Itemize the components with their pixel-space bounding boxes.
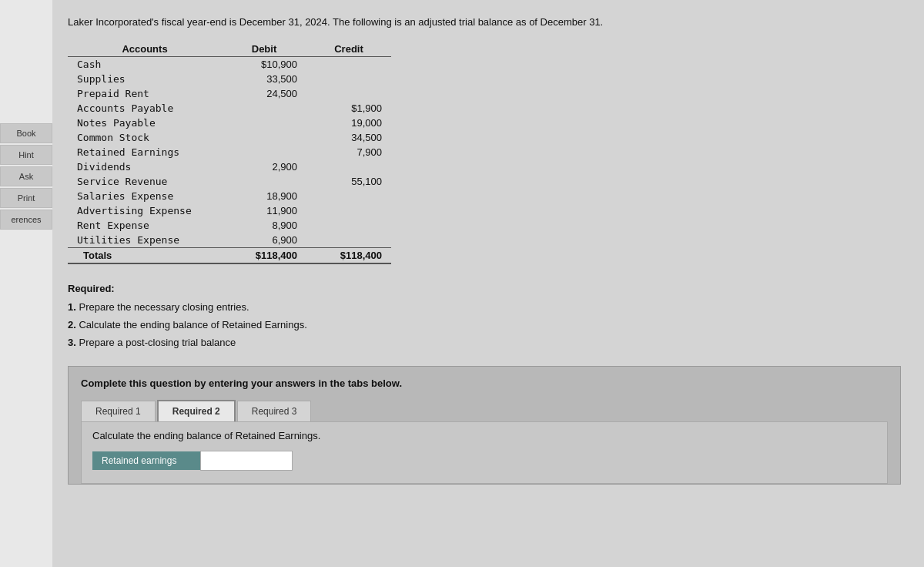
cell-debit: 24,500 [222,86,306,101]
main-content: Laker Incorporated's fiscal year-end is … [52,0,924,567]
cell-account: Common Stock [68,130,222,145]
cell-account: Salaries Expense [68,189,222,203]
cell-account: Notes Payable [68,116,222,130]
cell-debit: 11,900 [222,203,306,218]
table-row: Rent Expense8,900 [68,218,391,233]
cell-debit [222,101,306,116]
retained-row: Retained earnings [92,451,876,471]
cell-credit: 55,100 [306,174,391,189]
sidebar-item-hint[interactable]: Hint [0,145,52,165]
cell-account: Supplies [68,72,222,86]
tabs-row: Required 1 Required 2 Required 3 [81,400,888,421]
table-row: Cash$10,900 [68,57,391,72]
sidebar-item-references[interactable]: erences [0,210,52,230]
table-row: Advertising Expense11,900 [68,203,391,218]
required-item-1: 1. Prepare the necessary closing entries… [68,301,249,313]
cell-credit: 34,500 [306,130,391,145]
table-row: Prepaid Rent24,500 [68,86,391,101]
table-row-totals: Totals $118,400 $118,400 [68,248,391,264]
cell-debit: 6,900 [222,233,306,248]
cell-account: Accounts Payable [68,101,222,116]
tab-required-3[interactable]: Required 3 [237,401,312,421]
col-header-debit: Debit [222,42,306,57]
tab-required-1[interactable]: Required 1 [81,401,156,421]
retained-earnings-input[interactable] [200,451,293,471]
trial-balance-table: Accounts Debit Credit Cash$10,900Supplie… [68,42,391,264]
cell-account: Prepaid Rent [68,86,222,101]
cell-account: Advertising Expense [68,203,222,218]
cell-credit [306,86,391,101]
cell-credit [306,72,391,86]
intro-text: Laker Incorporated's fiscal year-end is … [68,15,901,29]
tab-content-title: Calculate the ending balance of Retained… [92,430,876,441]
cell-debit: $10,900 [222,57,306,72]
sidebar-item-book[interactable]: Book [0,123,52,143]
cell-debit: 2,900 [222,159,306,174]
sidebar: Book Hint Ask Print erences [0,0,52,567]
table-row: Salaries Expense18,900 [68,189,391,203]
table-row: Accounts Payable$1,900 [68,101,391,116]
required-section: Required: 1. Prepare the necessary closi… [68,280,901,352]
table-row: Dividends2,900 [68,159,391,174]
required-title: Required: [68,283,115,294]
cell-account: Utilities Expense [68,233,222,248]
table-row: Retained Earnings7,900 [68,145,391,159]
table-row: Utilities Expense6,900 [68,233,391,248]
cell-debit: 33,500 [222,72,306,86]
cell-debit: 18,900 [222,189,306,203]
sidebar-item-ask[interactable]: Ask [0,166,52,186]
col-header-credit: Credit [306,42,391,57]
sidebar-item-print[interactable]: Print [0,188,52,208]
totals-debit: $118,400 [222,248,306,264]
complete-box: Complete this question by entering your … [68,366,901,485]
required-item-2: 2. Calculate the ending balance of Retai… [68,319,307,330]
cell-account: Service Revenue [68,174,222,189]
cell-credit [306,159,391,174]
cell-credit: 19,000 [306,116,391,130]
cell-debit [222,130,306,145]
col-header-accounts: Accounts [68,42,222,57]
totals-label: Totals [68,248,222,264]
table-row: Notes Payable19,000 [68,116,391,130]
cell-credit [306,233,391,248]
cell-debit [222,116,306,130]
cell-credit [306,203,391,218]
required-item-3: 3. Prepare a post-closing trial balance [68,337,236,348]
table-row: Supplies33,500 [68,72,391,86]
tab-content: Calculate the ending balance of Retained… [81,421,888,484]
cell-credit: $1,900 [306,101,391,116]
table-row: Service Revenue55,100 [68,174,391,189]
tab-required-2[interactable]: Required 2 [157,400,236,421]
table-row: Common Stock34,500 [68,130,391,145]
complete-box-title: Complete this question by entering your … [81,377,888,389]
cell-credit [306,218,391,233]
cell-credit [306,189,391,203]
cell-account: Rent Expense [68,218,222,233]
cell-account: Cash [68,57,222,72]
cell-debit [222,174,306,189]
totals-credit: $118,400 [306,248,391,264]
cell-debit: 8,900 [222,218,306,233]
cell-account: Dividends [68,159,222,174]
cell-account: Retained Earnings [68,145,222,159]
cell-credit [306,57,391,72]
cell-credit: 7,900 [306,145,391,159]
retained-earnings-label: Retained earnings [92,451,200,470]
cell-debit [222,145,306,159]
